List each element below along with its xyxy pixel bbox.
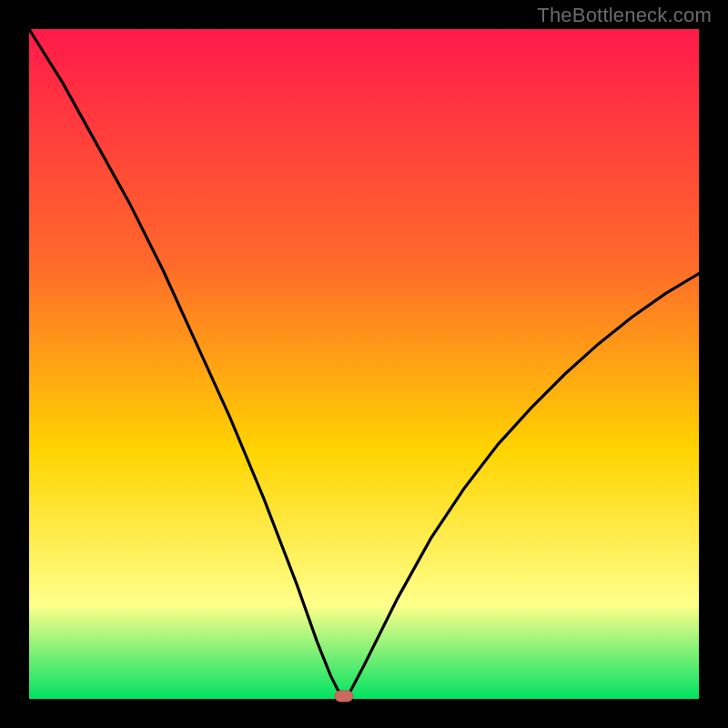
bottleneck-chart xyxy=(0,0,728,728)
min-marker xyxy=(335,691,353,702)
plot-background xyxy=(29,29,699,699)
chart-frame: TheBottleneck.com xyxy=(0,0,728,728)
